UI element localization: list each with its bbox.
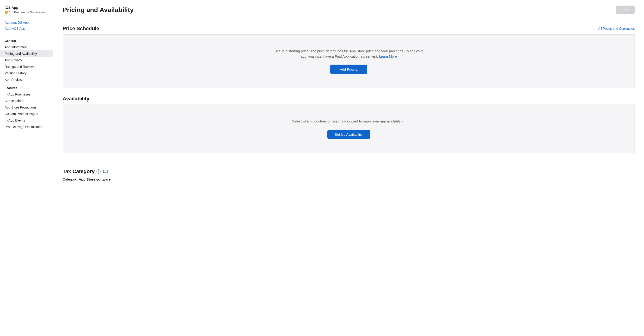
sidebar-item-app-privacy[interactable]: App Privacy	[0, 57, 53, 63]
tax-category-label: Category:	[63, 177, 78, 181]
main-content: Pricing and Availability Save Price Sche…	[53, 0, 644, 336]
sidebar-item-custom-product-pages[interactable]: Custom Product Pages	[0, 111, 53, 117]
price-schedule-title: Price Schedule	[63, 26, 99, 32]
sidebar-item-add-tvos-app[interactable]: Add tvOS App	[0, 26, 53, 32]
sidebar-item-in-app-events[interactable]: In-App Events	[0, 117, 53, 124]
price-schedule-description: Set up a starting price. The price deter…	[274, 49, 423, 59]
page-title: Pricing and Availability	[63, 6, 134, 14]
learn-more-link[interactable]: Learn More	[379, 54, 397, 58]
tax-help-icon[interactable]: ?	[96, 170, 101, 174]
content-area: Price Schedule All Prices and Currencies…	[53, 26, 644, 191]
tax-category-title: Tax Category	[63, 169, 95, 175]
tax-category-value: App Store software	[79, 177, 111, 181]
add-pricing-button[interactable]: Add Pricing	[330, 65, 367, 74]
price-schedule-section: Price Schedule All Prices and Currencies…	[63, 26, 635, 88]
sidebar-item-add-macos-app[interactable]: Add macOS App	[0, 20, 53, 26]
tax-category-row: Category: App Store software	[63, 177, 635, 181]
sidebar: iOS App 1.0 Prepare for Submission Add m…	[0, 0, 53, 336]
availability-box: Select which countries or regions you wa…	[63, 105, 635, 153]
sidebar-item-subscriptions[interactable]: Subscriptions	[0, 98, 53, 104]
sidebar-platform-links: Add macOS App Add tvOS App	[0, 20, 53, 36]
sidebar-item-in-app-purchases[interactable]: In-App Purchases	[0, 91, 53, 98]
sidebar-section-features-header: Features	[0, 83, 53, 91]
sidebar-section-general: General App Information Pricing and Avai…	[0, 36, 53, 83]
availability-header-row: Availability	[63, 96, 635, 102]
price-schedule-box: Set up a starting price. The price deter…	[63, 34, 635, 88]
set-up-availability-button[interactable]: Set Up Availability	[327, 130, 370, 139]
sidebar-item-app-review[interactable]: App Review	[0, 76, 53, 83]
sidebar-item-pricing-and-availability[interactable]: Pricing and Availability	[0, 50, 53, 57]
section-divider	[63, 161, 635, 161]
page-header: Pricing and Availability Save	[53, 0, 644, 18]
sidebar-section-general-header: General	[0, 36, 53, 44]
all-prices-link[interactable]: All Prices and Currencies	[598, 27, 635, 31]
sidebar-section-features: Features In-App Purchases Subscriptions …	[0, 83, 53, 130]
availability-description: Select which countries or regions you wa…	[292, 119, 405, 124]
sidebar-item-ratings-and-reviews[interactable]: Ratings and Reviews	[0, 63, 53, 70]
tax-category-section: Tax Category ? Edit Category: App Store …	[63, 169, 635, 181]
tax-edit-link[interactable]: Edit	[102, 170, 108, 173]
app-platform: iOS App	[0, 6, 53, 11]
price-schedule-header-row: Price Schedule All Prices and Currencies	[63, 26, 635, 32]
sidebar-item-product-page-optimization[interactable]: Product Page Optimization	[0, 124, 53, 130]
version-dot-icon	[5, 11, 8, 14]
app-version-row: 1.0 Prepare for Submission	[0, 11, 53, 20]
save-button[interactable]: Save	[616, 6, 635, 14]
app-version-label: 1.0 Prepare for Submission	[9, 11, 46, 14]
sidebar-item-app-information[interactable]: App Information	[0, 44, 53, 50]
tax-header-row: Tax Category ? Edit	[63, 169, 635, 175]
sidebar-item-version-history[interactable]: Version History	[0, 70, 53, 76]
availability-section: Availability Select which countries or r…	[63, 96, 635, 153]
availability-title: Availability	[63, 96, 89, 102]
sidebar-item-app-store-promotions[interactable]: App Store Promotions	[0, 104, 53, 111]
